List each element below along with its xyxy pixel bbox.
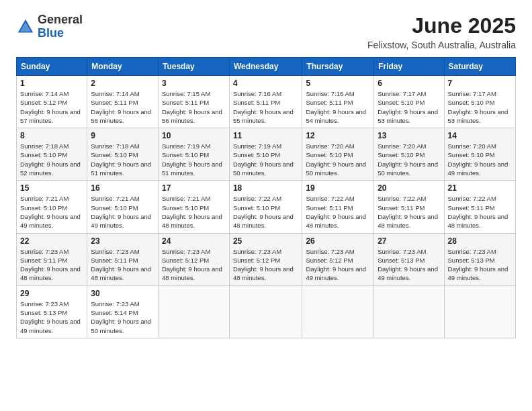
calendar-cell: 30Sunrise: 7:23 AM Sunset: 5:14 PM Dayli… — [87, 285, 159, 338]
month-title: June 2025 — [367, 13, 516, 38]
day-number: 25 — [233, 236, 298, 246]
day-info: Sunrise: 7:18 AM Sunset: 5:10 PM Dayligh… — [20, 142, 83, 177]
calendar-cell: 24Sunrise: 7:23 AM Sunset: 5:12 PM Dayli… — [158, 233, 229, 285]
day-info: Sunrise: 7:17 AM Sunset: 5:10 PM Dayligh… — [448, 89, 512, 125]
day-info: Sunrise: 7:20 AM Sunset: 5:10 PM Dayligh… — [378, 142, 440, 177]
day-info: Sunrise: 7:22 AM Sunset: 5:10 PM Dayligh… — [233, 194, 298, 230]
day-number: 18 — [233, 183, 298, 193]
day-number: 14 — [448, 131, 512, 140]
day-info: Sunrise: 7:17 AM Sunset: 5:10 PM Dayligh… — [378, 89, 440, 125]
day-number: 10 — [162, 131, 226, 140]
day-number: 24 — [162, 236, 226, 246]
calendar-week-row-4: 22Sunrise: 7:23 AM Sunset: 5:11 PM Dayli… — [17, 233, 516, 285]
calendar-cell: 26Sunrise: 7:23 AM Sunset: 5:12 PM Dayli… — [302, 233, 374, 285]
calendar-weekday-saturday: Saturday — [444, 58, 515, 76]
calendar-cell: 22Sunrise: 7:23 AM Sunset: 5:11 PM Dayli… — [17, 233, 87, 285]
day-info: Sunrise: 7:23 AM Sunset: 5:12 PM Dayligh… — [233, 247, 298, 283]
day-info: Sunrise: 7:21 AM Sunset: 5:10 PM Dayligh… — [162, 194, 226, 230]
calendar-cell: 14Sunrise: 7:20 AM Sunset: 5:10 PM Dayli… — [444, 128, 515, 181]
day-number: 13 — [378, 131, 440, 140]
day-info: Sunrise: 7:23 AM Sunset: 5:14 PM Dayligh… — [91, 300, 154, 335]
logo-text: General Blue — [38, 13, 83, 40]
calendar-cell: 28Sunrise: 7:23 AM Sunset: 5:13 PM Dayli… — [444, 233, 515, 285]
day-number: 28 — [448, 236, 512, 246]
calendar-cell: 19Sunrise: 7:22 AM Sunset: 5:11 PM Dayli… — [302, 181, 374, 233]
day-info: Sunrise: 7:23 AM Sunset: 5:13 PM Dayligh… — [20, 300, 83, 335]
calendar-week-row-2: 8Sunrise: 7:18 AM Sunset: 5:10 PM Daylig… — [17, 128, 516, 181]
calendar-week-row-5: 29Sunrise: 7:23 AM Sunset: 5:13 PM Dayli… — [17, 285, 516, 338]
calendar-cell — [158, 285, 229, 338]
calendar-cell: 3Sunrise: 7:15 AM Sunset: 5:11 PM Daylig… — [158, 76, 229, 128]
calendar-cell: 10Sunrise: 7:19 AM Sunset: 5:10 PM Dayli… — [158, 128, 229, 181]
day-info: Sunrise: 7:19 AM Sunset: 5:10 PM Dayligh… — [233, 142, 298, 177]
day-number: 21 — [448, 183, 512, 193]
day-number: 1 — [20, 79, 83, 88]
day-number: 16 — [91, 183, 154, 193]
day-info: Sunrise: 7:14 AM Sunset: 5:11 PM Dayligh… — [91, 89, 154, 125]
day-info: Sunrise: 7:16 AM Sunset: 5:11 PM Dayligh… — [233, 89, 298, 125]
calendar-cell: 15Sunrise: 7:21 AM Sunset: 5:10 PM Dayli… — [17, 181, 87, 233]
day-info: Sunrise: 7:19 AM Sunset: 5:10 PM Dayligh… — [162, 142, 226, 177]
day-number: 4 — [233, 79, 298, 88]
day-number: 26 — [306, 236, 370, 246]
calendar-week-row-1: 1Sunrise: 7:14 AM Sunset: 5:12 PM Daylig… — [17, 76, 516, 128]
day-number: 17 — [162, 183, 226, 193]
location: Felixstow, South Australia, Australia — [367, 40, 516, 50]
calendar-cell: 8Sunrise: 7:18 AM Sunset: 5:10 PM Daylig… — [17, 128, 87, 181]
calendar-cell — [229, 285, 302, 338]
calendar-weekday-monday: Monday — [87, 58, 159, 76]
day-info: Sunrise: 7:14 AM Sunset: 5:12 PM Dayligh… — [20, 89, 83, 125]
logo-general-text: General — [38, 13, 83, 27]
calendar-cell — [302, 285, 374, 338]
day-info: Sunrise: 7:21 AM Sunset: 5:10 PM Dayligh… — [20, 194, 83, 230]
calendar-weekday-sunday: Sunday — [17, 58, 87, 76]
calendar-cell: 20Sunrise: 7:22 AM Sunset: 5:11 PM Dayli… — [374, 181, 444, 233]
day-number: 12 — [306, 131, 370, 140]
calendar-cell: 4Sunrise: 7:16 AM Sunset: 5:11 PM Daylig… — [229, 76, 302, 128]
day-number: 8 — [20, 131, 83, 140]
calendar-cell: 25Sunrise: 7:23 AM Sunset: 5:12 PM Dayli… — [229, 233, 302, 285]
calendar-cell: 7Sunrise: 7:17 AM Sunset: 5:10 PM Daylig… — [444, 76, 515, 128]
calendar-cell: 12Sunrise: 7:20 AM Sunset: 5:10 PM Dayli… — [302, 128, 374, 181]
day-number: 29 — [20, 289, 83, 298]
day-info: Sunrise: 7:23 AM Sunset: 5:13 PM Dayligh… — [448, 247, 512, 283]
day-number: 27 — [378, 236, 440, 246]
day-info: Sunrise: 7:22 AM Sunset: 5:11 PM Dayligh… — [448, 194, 512, 230]
calendar-weekday-wednesday: Wednesday — [229, 58, 302, 76]
page: General Blue June 2025 Felixstow, South … — [0, 0, 532, 411]
day-number: 19 — [306, 183, 370, 193]
day-info: Sunrise: 7:16 AM Sunset: 5:11 PM Dayligh… — [306, 89, 370, 125]
day-info: Sunrise: 7:21 AM Sunset: 5:10 PM Dayligh… — [91, 194, 154, 230]
day-info: Sunrise: 7:23 AM Sunset: 5:11 PM Dayligh… — [20, 247, 83, 283]
calendar-weekday-tuesday: Tuesday — [158, 58, 229, 76]
calendar-cell: 6Sunrise: 7:17 AM Sunset: 5:10 PM Daylig… — [374, 76, 444, 128]
day-number: 7 — [448, 79, 512, 88]
day-number: 6 — [378, 79, 440, 88]
calendar-cell: 17Sunrise: 7:21 AM Sunset: 5:10 PM Dayli… — [158, 181, 229, 233]
calendar-table: SundayMondayTuesdayWednesdayThursdayFrid… — [16, 57, 516, 338]
calendar-cell: 27Sunrise: 7:23 AM Sunset: 5:13 PM Dayli… — [374, 233, 444, 285]
calendar-cell: 18Sunrise: 7:22 AM Sunset: 5:10 PM Dayli… — [229, 181, 302, 233]
day-number: 5 — [306, 79, 370, 88]
day-number: 30 — [91, 289, 154, 298]
calendar-cell: 9Sunrise: 7:18 AM Sunset: 5:10 PM Daylig… — [87, 128, 159, 181]
day-number: 9 — [91, 131, 154, 140]
calendar-cell — [444, 285, 515, 338]
calendar-cell — [374, 285, 444, 338]
calendar-week-row-3: 15Sunrise: 7:21 AM Sunset: 5:10 PM Dayli… — [17, 181, 516, 233]
day-number: 23 — [91, 236, 154, 246]
day-info: Sunrise: 7:15 AM Sunset: 5:11 PM Dayligh… — [162, 89, 226, 125]
calendar-header-row: SundayMondayTuesdayWednesdayThursdayFrid… — [17, 58, 516, 76]
calendar-cell: 1Sunrise: 7:14 AM Sunset: 5:12 PM Daylig… — [17, 76, 87, 128]
header: General Blue June 2025 Felixstow, South … — [16, 13, 516, 50]
day-info: Sunrise: 7:22 AM Sunset: 5:11 PM Dayligh… — [306, 194, 370, 230]
calendar-weekday-thursday: Thursday — [302, 58, 374, 76]
calendar-cell: 16Sunrise: 7:21 AM Sunset: 5:10 PM Dayli… — [87, 181, 159, 233]
day-info: Sunrise: 7:23 AM Sunset: 5:13 PM Dayligh… — [378, 247, 440, 283]
logo-icon — [16, 17, 35, 36]
day-info: Sunrise: 7:22 AM Sunset: 5:11 PM Dayligh… — [378, 194, 440, 230]
calendar-cell: 5Sunrise: 7:16 AM Sunset: 5:11 PM Daylig… — [302, 76, 374, 128]
calendar-cell: 11Sunrise: 7:19 AM Sunset: 5:10 PM Dayli… — [229, 128, 302, 181]
day-number: 22 — [20, 236, 83, 246]
calendar-cell: 13Sunrise: 7:20 AM Sunset: 5:10 PM Dayli… — [374, 128, 444, 181]
